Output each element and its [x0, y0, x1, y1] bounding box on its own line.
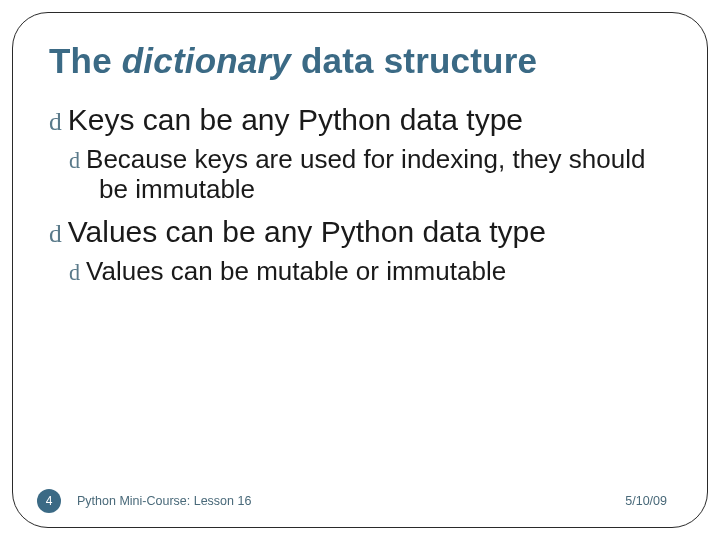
slide-title: The dictionary data structure [49, 41, 671, 81]
bullet-text: Values can be any Python data type [68, 215, 546, 248]
bullet-level2: dBecause keys are used for indexing, the… [69, 144, 671, 205]
course-label: Python Mini-Course: Lesson 16 [77, 494, 625, 508]
bullet-level1: dKeys can be any Python data type [49, 103, 671, 138]
bullet-glyph-icon: d [69, 260, 86, 285]
slide-number: 4 [46, 494, 53, 508]
bullet-level2: dValues can be mutable or immutable [69, 256, 671, 287]
title-post: data structure [291, 41, 537, 80]
slide-number-badge: 4 [37, 489, 61, 513]
bullet-glyph-icon: d [69, 148, 86, 173]
title-emphasis: dictionary [122, 41, 291, 80]
bullet-text: Keys can be any Python data type [68, 103, 523, 136]
bullet-text: Values can be mutable or immutable [86, 256, 506, 286]
slide-content: dKeys can be any Python data type dBecau… [49, 103, 671, 509]
title-pre: The [49, 41, 122, 80]
slide-frame: The dictionary data structure dKeys can … [12, 12, 708, 528]
slide-footer: 4 Python Mini-Course: Lesson 16 5/10/09 [13, 489, 707, 513]
bullet-glyph-icon: d [49, 107, 68, 136]
bullet-glyph-icon: d [49, 219, 68, 248]
bullet-level1: dValues can be any Python data type [49, 215, 671, 250]
bullet-text: Because keys are used for indexing, they… [86, 144, 645, 205]
date-label: 5/10/09 [625, 494, 667, 508]
